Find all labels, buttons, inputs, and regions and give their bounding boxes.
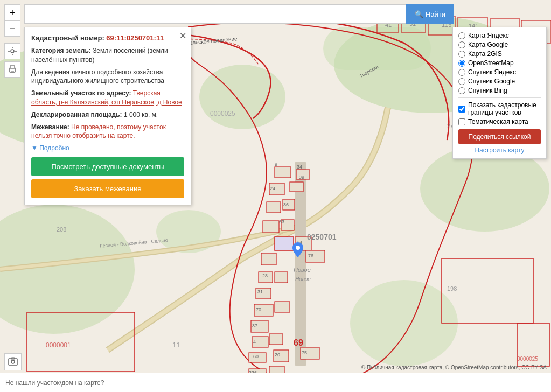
layer-label-2gis-map: Карта 2GIS	[468, 50, 502, 58]
svg-rect-16	[263, 221, 279, 233]
svg-text:75: 75	[302, 350, 307, 355]
layer-panel: Карта Яндекс Карта Google Карта 2GIS Ope…	[452, 27, 547, 159]
screenshot-button[interactable]	[4, 353, 22, 370]
svg-rect-20	[261, 253, 276, 265]
svg-point-83	[11, 50, 14, 53]
view-documents-button[interactable]: Посмотреть доступные документы	[31, 157, 184, 176]
layer-option-bing-sat[interactable]: Спутник Bing	[458, 87, 541, 94]
not-found-text: Не нашли участок/дом на карте?	[5, 379, 104, 387]
layer-label-bing-sat: Спутник Bing	[468, 87, 507, 94]
layer-option-google-map[interactable]: Карта Google	[458, 41, 541, 48]
layer-label-thematic-map: Тематическая карта	[468, 118, 528, 125]
zoom-controls: + −	[4, 4, 20, 37]
svg-text:24: 24	[270, 186, 275, 191]
svg-rect-92	[9, 359, 17, 365]
svg-text:34: 34	[297, 164, 302, 170]
layer-label-yandex-map: Карта Яндекс	[468, 32, 509, 39]
svg-text:Новое: Новое	[294, 267, 311, 273]
svg-text:9: 9	[275, 162, 277, 167]
svg-point-82	[296, 246, 300, 250]
layer-option-show-cadastral[interactable]: Показать кадастровые границы участков	[458, 101, 541, 116]
search-button[interactable]: 🔍 Найти	[406, 4, 454, 24]
svg-text:11: 11	[172, 341, 180, 349]
geolocate-button[interactable]	[4, 43, 20, 59]
purpose-info: Для ведения личного подсобного хозяйства…	[31, 68, 184, 86]
svg-rect-10	[275, 167, 291, 178]
svg-text:0250701: 0250701	[307, 233, 337, 241]
attribution: © Публичная кадастровая карта, © OpenStr…	[361, 365, 547, 370]
svg-text:208: 208	[57, 226, 66, 233]
cadastral-number-label: Кадастровый номер: 69:11:0250701:11	[31, 34, 184, 42]
order-survey-button[interactable]: Заказать межевание	[31, 179, 184, 198]
svg-rect-23	[275, 272, 288, 283]
layer-option-google-sat[interactable]: Спутник Google	[458, 78, 541, 85]
zoom-out-button[interactable]: −	[4, 20, 20, 37]
layer-option-thematic-map[interactable]: Тематическая карта	[458, 118, 541, 125]
svg-text:76: 76	[308, 253, 313, 258]
close-info-panel-button[interactable]: ✕	[179, 31, 186, 41]
svg-text:39: 39	[299, 174, 304, 180]
layer-label-show-cadastral: Показать кадастровые границы участков	[468, 101, 541, 116]
svg-text:37: 37	[252, 323, 257, 328]
svg-text:20: 20	[275, 352, 280, 358]
search-bar: 69:11:0250701:11 🔍 Найти	[24, 4, 454, 24]
layer-option-yandex-sat[interactable]: Спутник Яндекс	[458, 68, 541, 76]
svg-text:4: 4	[253, 339, 256, 345]
layer-radio-group: Карта Яндекс Карта Google Карта 2GIS Ope…	[458, 32, 541, 94]
svg-text:28: 28	[262, 273, 268, 278]
map-pin	[292, 242, 303, 257]
svg-rect-26	[275, 302, 290, 312]
svg-text:60: 60	[253, 354, 259, 359]
area-info: Декларированная площадь: 1 000 кв. м.	[31, 110, 184, 120]
svg-text:31: 31	[257, 289, 263, 295]
layer-option-2gis-map[interactable]: Карта 2GIS	[458, 50, 541, 58]
print-button[interactable]	[4, 61, 20, 78]
svg-text:36: 36	[283, 202, 289, 207]
svg-text:0000025: 0000025	[210, 110, 235, 117]
layer-label-google-sat: Спутник Google	[468, 78, 515, 85]
layer-option-osm-map[interactable]: OpenStreetMap	[458, 59, 541, 67]
layer-label-yandex-sat: Спутник Яндекс	[468, 68, 516, 76]
details-toggle[interactable]: ▼ Подробно	[31, 144, 69, 152]
survey-info: Межевание: Не проведено, поэтому участок…	[31, 123, 184, 141]
customize-map-button[interactable]: Настроить карту	[458, 146, 541, 154]
search-input[interactable]: 69:11:0250701:11	[24, 4, 406, 24]
svg-rect-13	[290, 182, 303, 192]
cadastral-number-link[interactable]: 69:11:0250701:11	[106, 34, 164, 42]
svg-point-93	[11, 360, 15, 363]
svg-text:70: 70	[256, 307, 261, 312]
svg-text:69: 69	[294, 338, 303, 347]
share-link-button[interactable]: Поделиться ссылкой	[458, 129, 541, 144]
svg-rect-18	[275, 237, 294, 250]
svg-text:0000001: 0000001	[46, 341, 71, 349]
info-panel: ✕ Кадастровый номер: 69:11:0250701:11 Ка…	[24, 27, 191, 205]
svg-text:0000025: 0000025	[517, 356, 538, 362]
category-info: Категория земель: Земли поселений (земли…	[31, 46, 184, 65]
layer-label-osm-map: OpenStreetMap	[468, 59, 514, 67]
svg-rect-89	[10, 66, 15, 68]
svg-text:Новое: Новое	[295, 276, 311, 282]
address-info: Земельный участок по адресу: Тверская об…	[31, 89, 184, 107]
panel-buttons: Посмотреть доступные документы Заказать …	[31, 157, 184, 198]
bottom-bar: Не нашли участок/дом на карте?	[0, 373, 551, 392]
side-tools	[4, 43, 20, 78]
layer-label-google-map: Карта Google	[468, 41, 508, 48]
zoom-in-button[interactable]: +	[4, 4, 20, 20]
layer-option-yandex-map[interactable]: Карта Яндекс	[458, 32, 541, 39]
svg-rect-14	[267, 202, 281, 213]
svg-rect-29	[269, 334, 283, 345]
svg-text:198: 198	[447, 285, 457, 292]
svg-text:63: 63	[279, 219, 284, 225]
svg-rect-9	[295, 162, 306, 366]
